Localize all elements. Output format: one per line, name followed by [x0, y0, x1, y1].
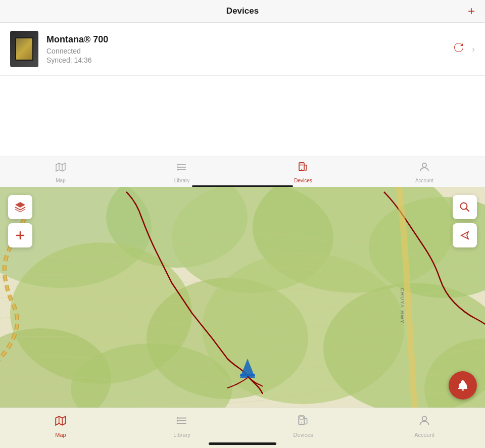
device-screen	[15, 37, 33, 61]
tab-bar-devices: Map Library	[0, 157, 485, 187]
search-map-button[interactable]	[453, 195, 477, 219]
svg-point-36	[177, 420, 178, 421]
tab-devices-bottom[interactable]: Devices	[243, 414, 364, 442]
map-tab-label-bottom: Map	[55, 432, 66, 438]
svg-text:CHUYA HWY: CHUYA HWY	[400, 288, 405, 324]
tab-account-devices[interactable]: Account	[364, 161, 485, 183]
svg-marker-30	[461, 232, 468, 239]
map-icon-tab	[55, 161, 67, 176]
tab-devices-active[interactable]: Devices	[243, 161, 364, 183]
devices-header: Devices +	[0, 0, 485, 23]
tab-library-devices[interactable]: Library	[121, 161, 243, 183]
device-actions: ›	[452, 40, 475, 58]
svg-point-4	[177, 166, 179, 168]
svg-line-29	[466, 209, 469, 212]
layers-icon	[14, 201, 27, 214]
svg-point-9	[422, 163, 426, 167]
devices-icon-tab	[297, 161, 309, 176]
add-device-button[interactable]: +	[468, 5, 475, 17]
library-tab-icon-bottom	[175, 414, 188, 430]
tab-account-bottom[interactable]: Account	[364, 414, 485, 442]
map-controls-right	[453, 195, 477, 247]
devices-panel: Devices + Montana® 700 Connected Synced:…	[0, 0, 485, 187]
library-icon-tab	[176, 161, 188, 176]
notification-icon	[456, 378, 470, 392]
tab-library-bottom[interactable]: Library	[121, 414, 243, 442]
account-tab-icon-bottom	[418, 414, 431, 430]
layers-button[interactable]	[8, 195, 32, 219]
map-section: CHUYA HWY	[0, 187, 485, 408]
map-background[interactable]: CHUYA HWY	[0, 187, 485, 408]
svg-point-31	[462, 389, 464, 391]
device-name: Montana® 700	[46, 34, 452, 45]
tab-map-label: Map	[56, 178, 65, 183]
devices-tab-icon-bottom	[297, 414, 310, 430]
account-tab-label-bottom: Account	[414, 432, 434, 438]
tab-account-label: Account	[415, 178, 433, 183]
svg-point-40	[301, 422, 302, 423]
tab-map-devices[interactable]: Map	[0, 161, 121, 183]
zoom-in-button[interactable]	[8, 223, 32, 247]
home-indicator	[209, 442, 276, 445]
notification-button[interactable]	[449, 371, 477, 400]
location-icon	[458, 229, 471, 242]
zoom-in-icon	[14, 229, 26, 241]
svg-point-41	[422, 416, 427, 421]
svg-point-35	[177, 417, 178, 419]
sync-button[interactable]	[452, 40, 466, 58]
svg-point-37	[177, 423, 178, 424]
device-image	[10, 31, 38, 67]
svg-rect-7	[300, 163, 304, 166]
tab-bar-map: Map Library Devices	[0, 408, 485, 448]
device-row[interactable]: Montana® 700 Connected Synced: 14:36 ›	[0, 23, 485, 76]
device-icon	[10, 31, 38, 67]
map-controls-left	[8, 195, 32, 247]
device-list: Montana® 700 Connected Synced: 14:36 ›	[0, 23, 485, 157]
account-icon-tab	[418, 161, 430, 176]
svg-rect-39	[300, 417, 304, 419]
location-button[interactable]	[453, 223, 477, 247]
tab-map-bottom[interactable]: Map	[0, 414, 121, 442]
device-info: Montana® 700 Connected Synced: 14:36	[46, 34, 452, 64]
tab-library-label: Library	[174, 178, 190, 183]
device-sync: Synced: 14:36	[46, 56, 452, 64]
devices-tab-label-bottom: Devices	[293, 432, 313, 438]
devices-title: Devices	[226, 6, 259, 16]
search-map-icon	[458, 201, 471, 214]
tab-devices-label: Devices	[294, 178, 312, 183]
map-tab-icon-bottom	[54, 414, 67, 430]
svg-point-8	[301, 169, 302, 170]
device-chevron: ›	[472, 44, 475, 55]
svg-point-5	[177, 169, 179, 170]
svg-rect-25	[240, 374, 255, 376]
svg-point-3	[177, 164, 179, 165]
device-status: Connected	[46, 47, 452, 55]
library-tab-label-bottom: Library	[173, 432, 190, 438]
